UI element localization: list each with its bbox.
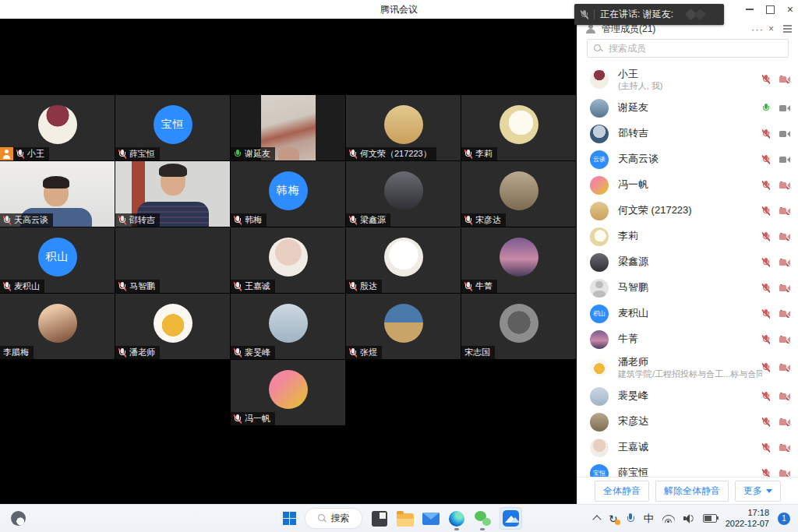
camera-off-icon[interactable] — [779, 76, 790, 83]
video-tile[interactable]: 李莉 — [461, 95, 576, 160]
member-row[interactable]: 云谈 天高云谈 — [577, 146, 798, 172]
camera-off-icon[interactable] — [779, 181, 790, 189]
file-explorer-icon[interactable] — [397, 509, 414, 528]
mic-muted-icon[interactable] — [762, 206, 770, 216]
video-tile[interactable]: 李腊梅 — [0, 294, 115, 359]
member-row[interactable]: 牛菁 — [577, 326, 798, 352]
layout-menu-icon[interactable] — [783, 25, 792, 26]
camera-off-icon[interactable] — [779, 233, 790, 241]
member-row[interactable]: 何文荣 (217223) — [577, 198, 798, 224]
search-icon — [594, 44, 602, 53]
member-row[interactable]: 马智鹏 — [577, 275, 798, 301]
camera-off-icon[interactable] — [779, 364, 790, 372]
mic-muted-icon[interactable] — [762, 309, 770, 319]
member-row[interactable]: 邵转吉 — [577, 121, 798, 146]
weather-widget-icon[interactable] — [11, 511, 26, 526]
more-button[interactable]: 更多 — [735, 481, 781, 502]
video-tile[interactable]: 宝恒 薛宝恒 — [115, 95, 230, 160]
video-tile[interactable]: 马智鹏 — [115, 227, 230, 293]
camera-off-icon[interactable] — [779, 336, 790, 344]
video-tile[interactable]: 潘老师 — [115, 294, 230, 359]
camera-off-icon[interactable] — [779, 418, 790, 426]
member-row[interactable]: 裴旻峰 — [577, 383, 798, 409]
video-tile[interactable]: 张煜 — [346, 294, 461, 359]
member-row[interactable]: 梁鑫源 — [577, 249, 798, 275]
member-row[interactable]: 谢延友 — [577, 95, 798, 121]
mic-muted-icon[interactable] — [762, 392, 770, 401]
video-tile[interactable]: 宋彦达 — [461, 161, 576, 227]
camera-off-icon[interactable] — [779, 310, 790, 318]
panel-close-icon[interactable]: × — [768, 24, 774, 33]
more-options-icon[interactable]: ··· — [751, 24, 764, 34]
member-row[interactable]: 潘老师建筑学院/工程招投标与合工...标与合同管理 — [577, 352, 798, 383]
video-tile[interactable]: 何文荣（217223） — [346, 95, 461, 160]
video-tile[interactable]: 天高云谈 — [0, 161, 115, 227]
mic-muted-icon[interactable] — [762, 284, 770, 293]
wifi-icon[interactable] — [662, 514, 675, 523]
member-row[interactable]: 冯一帆 — [577, 172, 798, 198]
video-tile[interactable]: 冯一帆 — [231, 360, 345, 425]
clock[interactable]: 17:182022-12-07 — [726, 508, 769, 530]
camera-on-icon[interactable] — [779, 104, 790, 112]
tray-expand-icon[interactable] — [592, 515, 601, 523]
member-row[interactable]: 积山 麦积山 — [577, 301, 798, 326]
mic-muted-icon[interactable] — [762, 75, 770, 84]
video-tile-speaking[interactable]: 谢延友 — [231, 95, 345, 160]
video-tile[interactable]: 裴旻峰 — [231, 294, 345, 359]
camera-off-icon[interactable] — [779, 393, 790, 400]
mic-muted-icon[interactable] — [762, 335, 770, 344]
close-button[interactable]: × — [787, 4, 793, 15]
video-tile[interactable]: 王嘉诚 — [231, 227, 345, 293]
sync-update-icon[interactable]: ↻ — [609, 513, 618, 524]
mic-muted-icon[interactable] — [762, 417, 770, 427]
unmute-all-button[interactable]: 解除全体静音 — [655, 481, 729, 502]
video-tile[interactable]: 梁鑫源 — [346, 161, 461, 227]
mic-muted-icon[interactable] — [762, 155, 770, 164]
video-tile[interactable]: 积山 麦积山 — [0, 227, 115, 293]
mail-icon[interactable] — [422, 509, 440, 528]
mic-muted-icon[interactable] — [762, 232, 770, 241]
ime-indicator[interactable]: 中 — [644, 512, 654, 526]
camera-on-icon[interactable] — [779, 130, 790, 138]
notification-badge[interactable]: 1 — [778, 513, 790, 525]
mic-muted-icon[interactable] — [762, 469, 770, 477]
camera-off-icon[interactable] — [779, 470, 790, 477]
mic-muted-icon[interactable] — [762, 363, 770, 372]
volume-icon[interactable] — [683, 514, 694, 523]
edge-browser-icon[interactable] — [448, 509, 465, 528]
member-row[interactable]: 宋彦达 — [577, 409, 798, 435]
maximize-button[interactable] — [766, 5, 775, 14]
mute-all-button[interactable]: 全体静音 — [595, 481, 649, 502]
camera-off-icon[interactable] — [779, 207, 790, 215]
camera-off-icon[interactable] — [779, 444, 790, 452]
video-tile[interactable]: 韩梅 韩梅 — [231, 161, 345, 227]
avatar — [384, 105, 423, 144]
mic-muted-icon[interactable] — [762, 181, 770, 190]
member-row[interactable]: 小王(主持人, 我) — [577, 64, 798, 95]
wechat-icon[interactable] — [474, 509, 491, 528]
minimize-button[interactable] — [746, 9, 754, 10]
camera-off-icon[interactable] — [779, 284, 790, 292]
taskbar-search[interactable]: 搜索 — [305, 508, 362, 529]
mic-muted-icon[interactable] — [762, 258, 770, 267]
mic-muted-icon[interactable] — [762, 129, 770, 139]
video-tile[interactable]: 殷达 — [346, 227, 461, 293]
camera-off-icon[interactable] — [779, 259, 790, 266]
start-button[interactable] — [283, 512, 296, 525]
video-stage: 小王 宝恒 薛宝恒 谢延友 何文荣（217223） 李莉 — [0, 19, 577, 505]
camera-on-icon[interactable] — [779, 156, 790, 164]
video-tile[interactable]: 邵转吉 — [115, 161, 230, 227]
video-tile[interactable]: 牛菁 — [461, 227, 576, 293]
search-input[interactable] — [607, 42, 782, 55]
app-icon-dark[interactable] — [371, 509, 388, 528]
tencent-meeting-app-icon[interactable] — [500, 507, 522, 530]
video-tile[interactable]: 宋志国 — [461, 294, 576, 359]
member-row[interactable]: 宝恒 薛宝恒 — [577, 460, 798, 477]
tray-microphone-icon[interactable] — [627, 513, 635, 524]
mic-muted-icon[interactable] — [762, 443, 770, 453]
member-row[interactable]: 王嘉诚 — [577, 435, 798, 460]
mic-on-icon[interactable] — [762, 104, 770, 113]
battery-icon[interactable] — [703, 514, 717, 523]
member-row[interactable]: 李莉 — [577, 224, 798, 249]
video-tile[interactable]: 小王 — [0, 95, 115, 160]
